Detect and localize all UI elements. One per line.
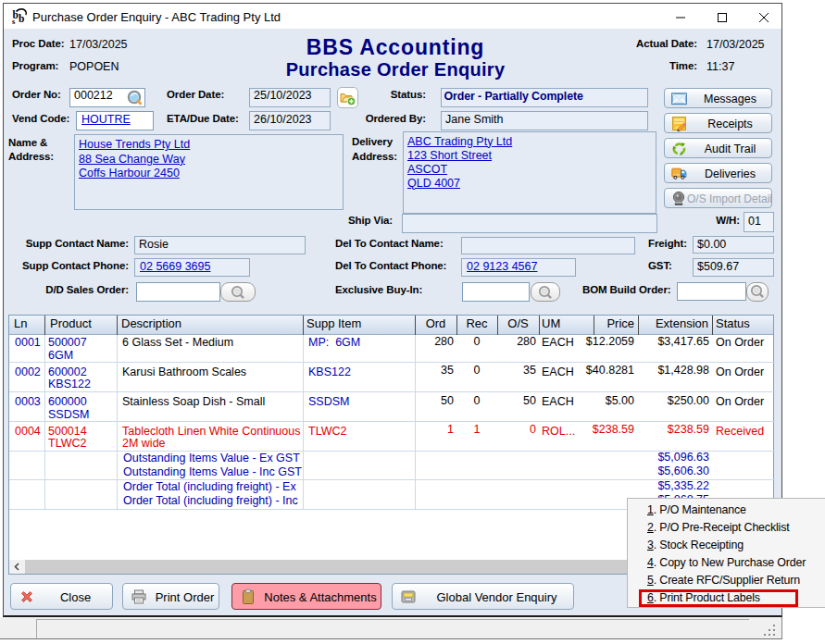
- svg-text:b: b: [19, 13, 24, 24]
